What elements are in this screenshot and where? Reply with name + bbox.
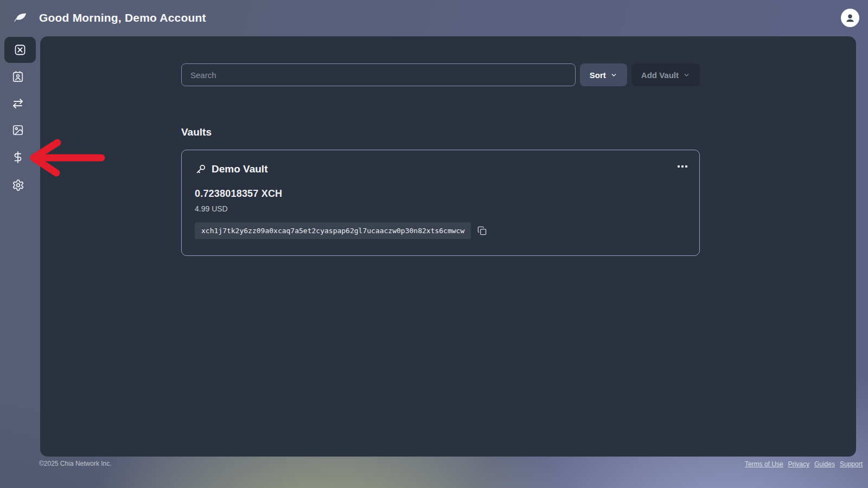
sidebar-item-transactions[interactable] bbox=[0, 91, 36, 117]
search-input[interactable] bbox=[181, 63, 576, 86]
gear-icon bbox=[12, 179, 24, 191]
image-icon bbox=[12, 124, 24, 136]
footer-link-guides[interactable]: Guides bbox=[814, 460, 835, 468]
vault-balance-usd: 4.99 USD bbox=[195, 204, 686, 213]
sidebar-item-contacts[interactable] bbox=[0, 63, 36, 89]
sidebar bbox=[0, 36, 36, 488]
ellipsis-menu-icon[interactable] bbox=[678, 165, 687, 168]
contact-card-icon bbox=[12, 70, 24, 82]
sidebar-item-settings[interactable] bbox=[0, 172, 36, 198]
footer-link-support[interactable]: Support bbox=[840, 460, 863, 468]
dollar-sign-icon bbox=[11, 151, 24, 164]
sort-button[interactable]: Sort bbox=[580, 63, 627, 86]
vault-address-row: xch1j7tk2y6zz09a0xcaq7a5et2cyaspap62gl7u… bbox=[195, 222, 686, 239]
add-vault-button[interactable]: Add Vault bbox=[631, 63, 700, 86]
sort-button-label: Sort bbox=[590, 70, 606, 80]
vault-card: Demo Vault 0.7238018357 XCH 4.99 USD xch… bbox=[181, 150, 700, 256]
vault-balance-xch: 0.7238018357 XCH bbox=[195, 188, 686, 200]
content-column: Sort Add Vault Vaults Demo Vault bbox=[181, 63, 700, 256]
vaults-section-title: Vaults bbox=[181, 126, 700, 138]
vault-name: Demo Vault bbox=[212, 163, 267, 175]
chevron-down-icon bbox=[610, 72, 617, 79]
copy-icon[interactable] bbox=[477, 226, 487, 235]
arrows-left-right-icon bbox=[11, 97, 24, 110]
footer-link-terms[interactable]: Terms of Use bbox=[745, 460, 783, 468]
chevron-down-icon bbox=[683, 72, 690, 79]
toolbar: Sort Add Vault bbox=[181, 63, 700, 86]
add-vault-button-label: Add Vault bbox=[641, 70, 679, 80]
sidebar-item-tokens[interactable] bbox=[0, 144, 36, 170]
key-icon bbox=[195, 163, 207, 175]
topbar: Good Morning, Demo Account bbox=[0, 0, 868, 36]
user-avatar-icon[interactable] bbox=[841, 9, 859, 27]
vault-address[interactable]: xch1j7tk2y6zz09a0xcaq7a5et2cyaspap62gl7u… bbox=[195, 222, 471, 239]
footer-link-privacy[interactable]: Privacy bbox=[788, 460, 809, 468]
sidebar-item-vaults[interactable] bbox=[4, 37, 36, 63]
footer-copyright: ©2025 Chia Network Inc. bbox=[39, 460, 112, 467]
vault-card-header: Demo Vault bbox=[195, 163, 686, 175]
footer-links: Terms of Use Privacy Guides Support bbox=[745, 460, 863, 468]
chia-leaf-icon bbox=[12, 10, 28, 26]
sidebar-item-nfts[interactable] bbox=[0, 117, 36, 143]
vault-x-square-icon bbox=[14, 43, 27, 56]
page-title: Good Morning, Demo Account bbox=[39, 11, 206, 24]
main-panel: Sort Add Vault Vaults Demo Vault bbox=[40, 36, 856, 457]
